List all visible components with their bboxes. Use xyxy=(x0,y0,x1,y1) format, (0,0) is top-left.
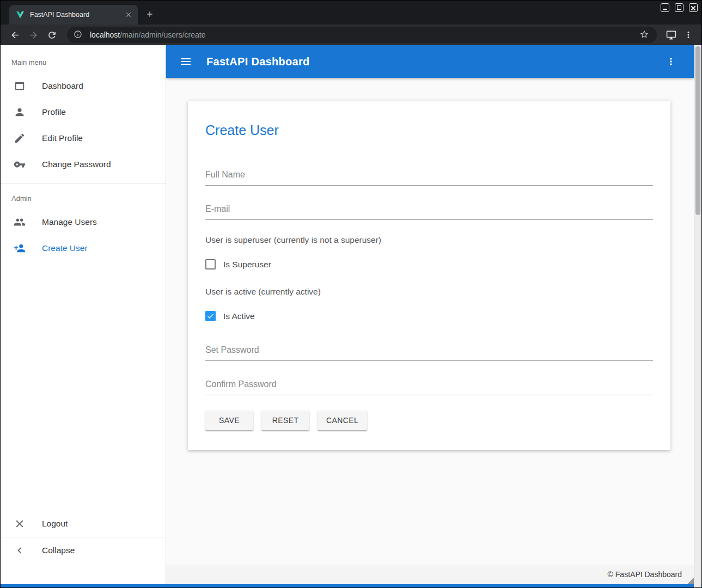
set-password-input[interactable] xyxy=(205,343,653,361)
chevron-left-icon xyxy=(14,544,26,556)
new-tab-button[interactable] xyxy=(143,8,156,21)
sidebar-item-label: Manage Users xyxy=(42,217,97,227)
checkbox-unchecked-icon[interactable] xyxy=(205,259,216,270)
sidebar-item-label: Profile xyxy=(42,107,66,117)
url-path: /main/admin/users/create xyxy=(120,30,205,39)
sidebar-item-create-user[interactable]: Create User xyxy=(1,235,166,261)
window-controls xyxy=(661,3,698,12)
person-icon xyxy=(14,106,26,118)
sidebar-item-label: Dashboard xyxy=(42,81,83,91)
main-area: FastAPI Dashboard Create User User is su… xyxy=(166,45,694,584)
hamburger-menu-icon[interactable] xyxy=(179,55,192,68)
browser-tabstrip: FastAPI Dashboard xyxy=(1,1,701,24)
install-app-icon[interactable] xyxy=(664,28,677,41)
sidebar-bottom: Logout Collapse xyxy=(1,511,166,564)
tab-close-icon[interactable] xyxy=(124,10,133,20)
checkbox-label: Is Active xyxy=(223,311,255,321)
reset-button[interactable]: RESET xyxy=(261,411,309,430)
sidebar-item-dashboard[interactable]: Dashboard xyxy=(1,73,166,99)
sidebar-item-label: Collapse xyxy=(42,546,75,555)
maximize-button[interactable] xyxy=(675,3,683,12)
scrollbar-thumb[interactable] xyxy=(695,46,700,215)
email-field-wrap xyxy=(205,202,653,220)
cancel-button[interactable]: CANCEL xyxy=(318,411,367,430)
checkbox-label: Is Superuser xyxy=(223,260,271,270)
save-button[interactable]: SAVE xyxy=(205,411,253,430)
page-scrollbar[interactable] xyxy=(694,45,701,587)
site-info-icon[interactable] xyxy=(74,30,83,40)
bookmark-star-icon[interactable] xyxy=(639,29,650,40)
full-name-input[interactable] xyxy=(205,168,653,186)
close-window-button[interactable] xyxy=(689,3,698,12)
minimize-button[interactable] xyxy=(661,3,669,12)
sidebar-item-collapse[interactable]: Collapse xyxy=(1,537,166,564)
full-name-field-wrap xyxy=(205,168,653,186)
tab-title: FastAPI Dashboard xyxy=(30,11,124,19)
sidebar-item-label: Edit Profile xyxy=(42,133,83,143)
content-area: Create User User is superuser (currently… xyxy=(166,78,694,565)
is-active-checkbox-row[interactable]: Is Active xyxy=(205,311,653,321)
back-icon[interactable] xyxy=(8,28,21,41)
person-add-icon xyxy=(14,242,26,254)
people-icon xyxy=(14,216,26,228)
create-user-card: Create User User is superuser (currently… xyxy=(188,101,670,450)
browser-window: FastAPI Dashboard localhost/m xyxy=(0,0,702,588)
page-title: Create User xyxy=(205,121,653,138)
app-bar: FastAPI Dashboard xyxy=(166,45,694,78)
sidebar-item-label: Create User xyxy=(42,243,88,253)
email-input[interactable] xyxy=(205,202,653,220)
browser-tab[interactable]: FastAPI Dashboard xyxy=(9,5,138,24)
forward-icon[interactable] xyxy=(27,28,40,41)
dashboard-icon xyxy=(14,80,26,92)
sidebar-item-edit-profile[interactable]: Edit Profile xyxy=(1,125,166,151)
bottom-accent-bar xyxy=(1,584,694,587)
sidebar-section-main-menu: Main menu xyxy=(1,45,166,73)
resize-grip-icon[interactable] xyxy=(687,578,694,584)
sidebar-item-change-password[interactable]: Change Password xyxy=(1,151,166,177)
password-field-wrap xyxy=(205,343,653,361)
address-bar[interactable]: localhost/main/admin/users/create xyxy=(67,27,657,43)
browser-toolbar: localhost/main/admin/users/create xyxy=(1,24,701,45)
url-host: localhost xyxy=(90,30,120,39)
confirm-password-input[interactable] xyxy=(205,377,653,395)
is-superuser-checkbox-row[interactable]: Is Superuser xyxy=(205,259,653,270)
app-menu-dots-icon[interactable] xyxy=(664,55,677,68)
app-title: FastAPI Dashboard xyxy=(206,56,310,68)
sidebar-item-manage-users[interactable]: Manage Users xyxy=(1,209,166,235)
confirm-password-field-wrap xyxy=(205,377,653,395)
sidebar-item-profile[interactable]: Profile xyxy=(1,99,166,125)
page-viewport: Main menu Dashboard Profile Edit Profile xyxy=(1,45,701,587)
sidebar-item-logout[interactable]: Logout xyxy=(1,511,166,537)
page-footer: © FastAPI Dashboard xyxy=(166,565,694,584)
active-hint: User is active (currently active) xyxy=(205,287,653,297)
copyright-text: © FastAPI Dashboard xyxy=(608,570,682,579)
sidebar-item-label: Logout xyxy=(42,519,68,529)
url-text[interactable]: localhost/main/admin/users/create xyxy=(90,30,635,39)
browser-menu-icon[interactable] xyxy=(682,28,695,41)
superuser-hint: User is superuser (currently is not a su… xyxy=(205,235,653,245)
checkbox-checked-icon[interactable] xyxy=(205,311,216,321)
sidebar-section-admin: Admin xyxy=(1,183,166,209)
form-buttons: SAVE RESET CANCEL xyxy=(205,411,653,430)
pencil-icon xyxy=(14,132,26,144)
vuetify-favicon-icon xyxy=(16,10,25,19)
key-icon xyxy=(14,158,26,170)
sidebar-item-label: Change Password xyxy=(42,160,111,169)
sidebar: Main menu Dashboard Profile Edit Profile xyxy=(1,45,166,584)
close-icon xyxy=(14,518,26,530)
reload-icon[interactable] xyxy=(45,28,58,41)
